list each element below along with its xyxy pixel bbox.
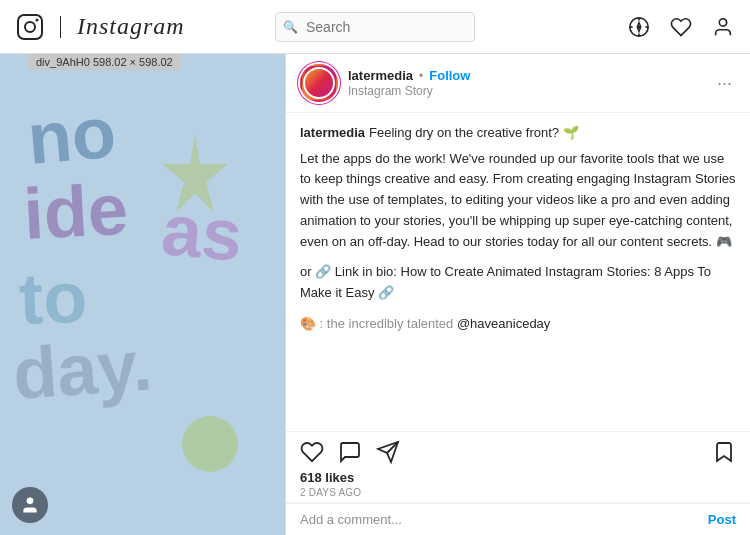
- svg-point-4: [638, 26, 640, 28]
- svg-point-1: [25, 22, 35, 32]
- credit-username[interactable]: @haveaniceday: [457, 316, 550, 331]
- post-subtitle: Instagram Story: [348, 84, 713, 98]
- header: Instagram 🔍: [0, 0, 750, 54]
- caption-line-1: latermediaFeeling dry on the creative fr…: [300, 123, 736, 143]
- caption-credit: 🎨 : the incredibly talented @haveaniceda…: [300, 314, 736, 335]
- svg-point-2: [36, 18, 39, 21]
- comment-button[interactable]: [338, 440, 362, 464]
- content: no ide as to day.: [0, 54, 750, 535]
- svg-text:day.: day.: [10, 324, 154, 413]
- more-options-button[interactable]: ···: [713, 73, 736, 94]
- avatar-bottom-left: [12, 487, 48, 523]
- svg-text:as: as: [159, 189, 246, 276]
- header-logo: Instagram: [16, 13, 275, 41]
- post-actions: 618 likes 2 DAYS AGO: [286, 432, 750, 503]
- caption-username[interactable]: latermedia: [300, 125, 365, 140]
- svg-point-10: [719, 18, 726, 25]
- comment-input[interactable]: [300, 512, 708, 527]
- compass-icon[interactable]: [628, 16, 650, 38]
- post-avatar[interactable]: [300, 64, 338, 102]
- time-ago: 2 DAYS AGO: [300, 487, 736, 498]
- svg-text:ide: ide: [22, 169, 130, 254]
- dot-separator: •: [419, 69, 423, 83]
- post-text-art: no ide as to day.: [0, 54, 285, 535]
- likes-count: 618 likes: [300, 470, 736, 485]
- search-icon: 🔍: [283, 20, 298, 34]
- post-comment-button[interactable]: Post: [708, 512, 736, 527]
- follow-button[interactable]: Follow: [429, 68, 470, 83]
- post-image-bg: no ide as to day.: [0, 54, 285, 535]
- profile-icon[interactable]: [712, 16, 734, 38]
- caption-body: Let the apps do the work! We've rounded …: [300, 149, 736, 253]
- caption-first-line: Feeling dry on the creative front? 🌱: [369, 125, 579, 140]
- post-image: no ide as to day.: [0, 54, 285, 535]
- search-input[interactable]: [275, 12, 475, 42]
- header-icons: [475, 16, 734, 38]
- instagram-camera-icon: [16, 13, 44, 41]
- like-button[interactable]: [300, 440, 324, 464]
- svg-point-19: [27, 498, 34, 505]
- post-caption: latermediaFeeling dry on the creative fr…: [286, 113, 750, 432]
- caption-link: or 🔗 Link in bio: How to Create Animated…: [300, 262, 736, 304]
- post-header: latermedia • Follow Instagram Story ···: [286, 54, 750, 113]
- bookmark-button[interactable]: [712, 440, 736, 464]
- add-comment: Post: [286, 503, 750, 535]
- action-icons: [300, 440, 736, 464]
- post-username[interactable]: latermedia: [348, 68, 413, 83]
- svg-point-18: [182, 416, 238, 472]
- heart-icon[interactable]: [670, 16, 692, 38]
- share-button[interactable]: [376, 440, 400, 464]
- post-details: latermedia • Follow Instagram Story ··· …: [285, 54, 750, 535]
- svg-text:no: no: [24, 92, 119, 179]
- logo-divider: [60, 16, 61, 38]
- post-username-row: latermedia • Follow: [348, 68, 713, 83]
- post-header-info: latermedia • Follow Instagram Story: [348, 68, 713, 98]
- svg-rect-0: [18, 15, 42, 39]
- header-search: 🔍: [275, 12, 475, 42]
- svg-text:to: to: [18, 257, 89, 339]
- logo-text: Instagram: [77, 13, 185, 40]
